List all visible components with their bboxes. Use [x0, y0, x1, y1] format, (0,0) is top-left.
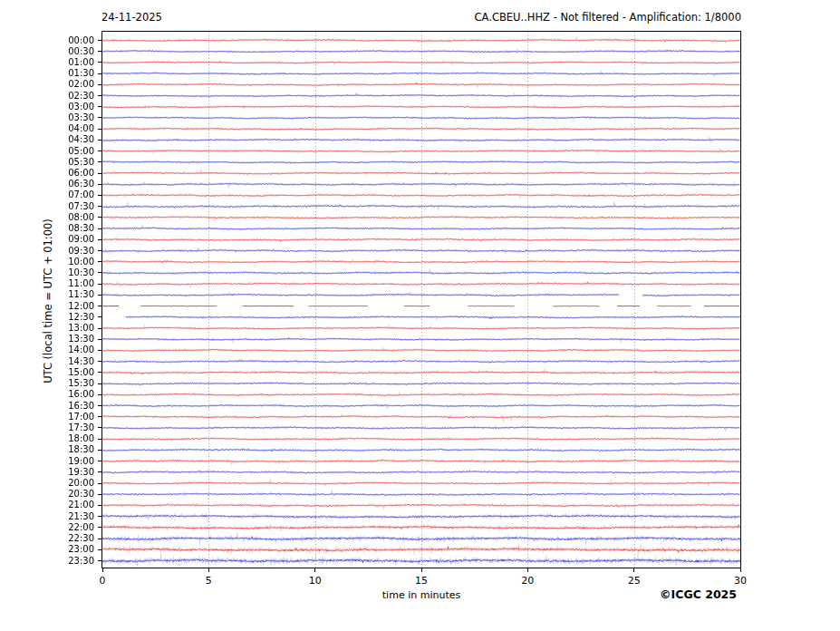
y-tick-mark — [98, 250, 101, 251]
x-tick-label: 0 — [100, 576, 106, 587]
y-tick-label: 03:00 — [0, 102, 94, 112]
plot-area — [101, 31, 741, 568]
y-tick-mark — [98, 383, 101, 384]
y-tick-mark — [98, 228, 101, 229]
y-tick-mark — [98, 184, 101, 185]
x-tick-label: 10 — [309, 576, 322, 587]
y-tick-mark — [98, 394, 101, 395]
y-tick-mark — [98, 84, 101, 85]
y-tick-label: 14:00 — [0, 345, 94, 354]
y-tick-mark — [98, 549, 101, 550]
y-tick-label: 19:30 — [0, 468, 94, 477]
y-tick-mark — [98, 306, 101, 306]
y-tick-mark — [98, 73, 101, 74]
y-tick-label: 08:30 — [0, 224, 94, 233]
x-tick-mark — [421, 568, 422, 572]
y-tick-label: 20:30 — [0, 490, 94, 499]
y-tick-mark — [98, 350, 101, 351]
y-tick-mark — [98, 129, 101, 130]
y-tick-mark — [98, 40, 101, 41]
x-tick-mark — [527, 568, 528, 572]
y-tick-mark — [98, 316, 101, 317]
y-tick-mark — [98, 427, 101, 428]
y-tick-mark — [98, 295, 101, 296]
y-tick-label: 18:30 — [0, 445, 94, 454]
y-tick-mark — [98, 272, 101, 273]
y-tick-label: 06:00 — [0, 169, 94, 178]
x-tick-mark — [314, 568, 315, 572]
y-tick-label: 09:00 — [0, 235, 94, 244]
y-tick-label: 17:30 — [0, 423, 94, 432]
y-tick-label: 23:30 — [0, 557, 94, 566]
y-tick-mark — [98, 450, 101, 451]
y-tick-mark — [98, 95, 101, 96]
y-tick-label: 00:00 — [0, 36, 94, 45]
y-tick-label: 06:30 — [0, 180, 94, 189]
x-tick-mark — [102, 568, 103, 572]
seismogram-canvas — [102, 32, 740, 568]
y-tick-label: 15:30 — [0, 379, 94, 388]
y-tick-label: 10:30 — [0, 268, 94, 277]
y-tick-label: 23:00 — [0, 545, 94, 554]
y-tick-label: 15:00 — [0, 368, 94, 377]
x-tick-mark — [633, 568, 634, 572]
x-tick-label: 20 — [521, 576, 534, 587]
y-tick-label: 05:30 — [0, 158, 94, 167]
x-tick-label: 30 — [734, 576, 747, 587]
x-tick-label: 25 — [628, 576, 641, 587]
y-tick-label: 10:00 — [0, 257, 94, 267]
y-tick-label: 05:00 — [0, 147, 94, 156]
y-tick-label: 21:30 — [0, 512, 94, 521]
y-tick-mark — [98, 239, 101, 240]
y-tick-label: 07:30 — [0, 202, 94, 211]
y-tick-label: 21:00 — [0, 500, 94, 510]
y-tick-label: 03:30 — [0, 113, 94, 122]
y-tick-mark — [98, 439, 101, 440]
y-tick-mark — [98, 494, 101, 495]
x-tick-mark — [208, 568, 209, 572]
y-tick-label: 17:00 — [0, 413, 94, 422]
y-tick-label: 09:30 — [0, 247, 94, 256]
y-tick-label: 12:30 — [0, 313, 94, 322]
y-tick-mark — [98, 339, 101, 340]
y-tick-label: 22:30 — [0, 534, 94, 543]
y-tick-mark — [98, 284, 101, 285]
y-tick-mark — [98, 461, 101, 461]
y-tick-label: 22:00 — [0, 523, 94, 532]
y-tick-label: 13:00 — [0, 324, 94, 333]
x-axis-label: time in minutes — [382, 589, 460, 601]
y-tick-mark — [98, 106, 101, 107]
y-tick-mark — [98, 261, 101, 262]
y-tick-mark — [98, 173, 101, 174]
y-tick-label: 13:30 — [0, 335, 94, 344]
x-tick-mark — [740, 568, 741, 572]
y-tick-mark — [98, 539, 101, 539]
y-tick-mark — [98, 161, 101, 162]
y-tick-mark — [98, 505, 101, 506]
y-tick-label: 18:00 — [0, 434, 94, 443]
y-tick-label: 04:00 — [0, 124, 94, 133]
y-tick-label: 14:30 — [0, 357, 94, 366]
y-tick-mark — [98, 405, 101, 406]
y-tick-mark — [98, 150, 101, 151]
y-tick-label: 16:30 — [0, 402, 94, 411]
y-tick-mark — [98, 51, 101, 52]
y-tick-mark — [98, 140, 101, 141]
y-tick-mark — [98, 206, 101, 207]
y-tick-label: 01:30 — [0, 69, 94, 78]
y-tick-label: 02:00 — [0, 80, 94, 89]
y-tick-mark — [98, 483, 101, 484]
y-tick-label: 01:00 — [0, 58, 94, 67]
y-tick-label: 04:30 — [0, 135, 94, 144]
y-tick-label: 20:00 — [0, 479, 94, 488]
y-tick-mark — [98, 361, 101, 362]
y-tick-mark — [98, 117, 101, 118]
y-tick-label: 07:00 — [0, 190, 94, 199]
y-tick-label: 16:00 — [0, 390, 94, 399]
y-tick-label: 19:00 — [0, 457, 94, 466]
y-tick-mark — [98, 62, 101, 63]
x-tick-label: 5 — [206, 576, 212, 587]
y-tick-label: 02:30 — [0, 92, 94, 101]
y-tick-mark — [98, 416, 101, 417]
y-tick-mark — [98, 195, 101, 196]
